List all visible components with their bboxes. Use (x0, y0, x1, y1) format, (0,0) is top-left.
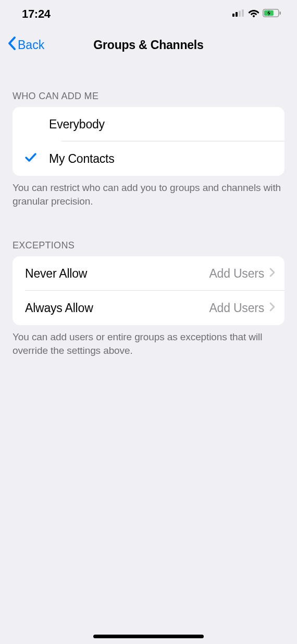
svg-rect-1 (236, 12, 238, 17)
wifi-icon (248, 9, 259, 19)
nav-bar: Back Groups & Channels (0, 28, 297, 62)
row-detail: Add Users (209, 301, 264, 315)
home-indicator[interactable] (93, 635, 204, 638)
option-label: My Contacts (49, 152, 284, 166)
section-footer-who-can-add: You can restrict who can add you to grou… (0, 176, 297, 208)
option-my-contacts[interactable]: My Contacts (13, 141, 284, 176)
row-always-allow[interactable]: Always Allow Add Users (13, 291, 284, 325)
cellular-icon (232, 9, 245, 19)
svg-rect-2 (239, 11, 241, 17)
svg-point-4 (253, 15, 255, 17)
status-time: 17:24 (22, 7, 51, 21)
option-label: Everybody (49, 117, 284, 132)
row-label: Always Allow (25, 301, 209, 315)
back-label: Back (18, 38, 44, 52)
exceptions-group: Never Allow Add Users Always Allow Add U… (13, 256, 284, 325)
option-everybody[interactable]: Everybody (13, 107, 284, 141)
checkmark-slot (13, 152, 49, 165)
who-can-add-group: Everybody My Contacts (13, 107, 284, 176)
svg-rect-3 (242, 9, 244, 17)
page-title: Groups & Channels (93, 38, 203, 52)
row-detail: Add Users (209, 267, 264, 281)
chevron-right-icon (269, 302, 275, 314)
row-never-allow[interactable]: Never Allow Add Users (13, 256, 284, 291)
svg-rect-0 (232, 14, 234, 17)
section-header-exceptions: EXCEPTIONS (0, 240, 297, 256)
checkmark-icon (24, 152, 37, 165)
section-footer-exceptions: You can add users or entire groups as ex… (0, 325, 297, 357)
row-label: Never Allow (25, 267, 209, 281)
chevron-left-icon (7, 36, 17, 54)
status-bar: 17:24 (0, 0, 297, 28)
battery-icon (263, 9, 281, 19)
status-icons (232, 9, 281, 19)
section-header-who-can-add: WHO CAN ADD ME (0, 91, 297, 107)
svg-rect-7 (280, 11, 281, 15)
back-button[interactable]: Back (7, 36, 44, 54)
chevron-right-icon (269, 268, 275, 279)
